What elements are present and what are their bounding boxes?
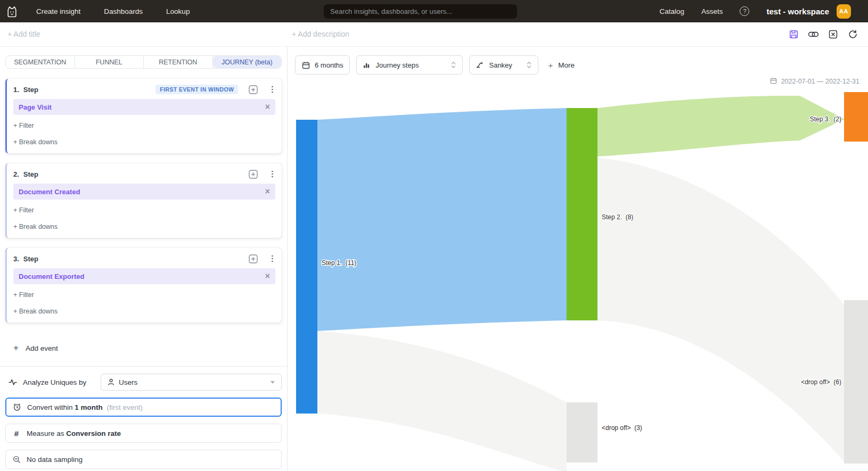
step-title: Step (23, 170, 38, 178)
event-name: Page Visit (19, 103, 52, 111)
add-step-icon[interactable] (249, 170, 258, 179)
select-spinner-icon (451, 61, 456, 69)
person-icon (108, 378, 114, 386)
plus-icon: + (13, 343, 19, 353)
brand-logo[interactable] (4, 4, 19, 19)
step-card-1: 1. Step FIRST EVENT IN WINDOW Page Visit… (5, 79, 282, 153)
search-input[interactable] (324, 4, 517, 19)
step-number: 2. (13, 170, 19, 178)
metric-select[interactable]: Journey steps (356, 55, 463, 75)
add-step-icon[interactable] (249, 254, 258, 263)
add-step-icon[interactable] (249, 85, 258, 94)
add-breakdowns-button[interactable]: + Break downs (13, 308, 275, 316)
step-card-1-header: 1. Step FIRST EVENT IN WINDOW (13, 84, 275, 95)
step-menu-icon[interactable] (269, 170, 275, 179)
convert-within-box[interactable]: Convert within 1 month (first event) (5, 398, 282, 417)
navbar-right: Catalog Assets ? test - workspace AA (659, 0, 851, 22)
sankey-label-step2: Step 2. (8) (602, 213, 633, 221)
more-label: More (558, 61, 575, 69)
measure-text: Measure as Conversion rate (27, 429, 121, 437)
step-title: Step (23, 86, 38, 94)
nav-create-insight[interactable]: Create insight (36, 7, 80, 15)
refresh-icon[interactable] (847, 29, 857, 39)
pulse-icon (9, 378, 17, 386)
chart-panel: 6 months Journey steps (288, 47, 868, 471)
date-range-button[interactable]: 6 months (295, 55, 350, 75)
help-icon[interactable]: ? (740, 6, 749, 16)
step-title: Step (23, 255, 38, 263)
convert-text: Convert within 1 month (first event) (27, 403, 143, 411)
sankey-label-dropoff-2: <drop off> (6) (801, 378, 841, 386)
clear-result-icon[interactable] (828, 29, 838, 39)
copy-link-icon[interactable] (808, 29, 819, 39)
save-icon[interactable] (789, 29, 799, 39)
sankey-node-dropoff-1[interactable] (567, 402, 597, 462)
event-name: Document Created (19, 188, 80, 196)
sankey-link-step2-step3[interactable] (597, 96, 845, 156)
first-event-badge: FIRST EVENT IN WINDOW (155, 85, 238, 94)
measure-as-box[interactable]: # Measure as Conversion rate (5, 424, 282, 443)
sankey-node-step3[interactable] (844, 92, 868, 142)
sampling-label: No data sampling (27, 456, 83, 464)
sankey-node-dropoff-2[interactable] (844, 300, 868, 464)
analyze-label: Analyze Uniques by (23, 378, 86, 386)
step-card-3: 3. Step Document Exported × + Filter + B… (5, 248, 282, 323)
add-breakdowns-button[interactable]: + Break downs (13, 223, 275, 232)
step-card-3-header: 3. Step (13, 253, 275, 264)
add-event-button[interactable]: + Add event (5, 343, 282, 353)
analyze-by-value: Users (119, 378, 137, 386)
analyze-row: Analyze Uniques by Users (5, 374, 282, 391)
chevron-down-icon (271, 381, 275, 384)
sankey-label-step3: Step 3. (2) (810, 115, 841, 123)
tab-journey[interactable]: JOURNEY (beta) (213, 56, 282, 68)
event-pill[interactable]: Page Visit × (13, 99, 275, 115)
more-options-button[interactable]: + More (548, 61, 575, 70)
sankey-node-step1[interactable] (296, 120, 317, 414)
nav-lookup[interactable]: Lookup (166, 7, 190, 15)
remove-event-icon[interactable]: × (265, 103, 270, 111)
sankey-link-step1-dropoff[interactable] (317, 331, 567, 471)
remove-event-icon[interactable]: × (265, 272, 270, 280)
visualization-select[interactable]: Sankey (469, 55, 538, 75)
tab-retention[interactable]: RETENTION (144, 56, 213, 68)
magnifier-minus-icon (12, 456, 21, 464)
sankey-chart: Step 1. (11) Step 2. (8) Step 3. (2) <dr… (288, 75, 868, 471)
add-filter-button[interactable]: + Filter (13, 206, 275, 215)
nav-catalog[interactable]: Catalog (659, 7, 684, 15)
data-sampling-box[interactable]: No data sampling (5, 450, 282, 469)
tab-funnel[interactable]: FUNNEL (75, 56, 144, 68)
add-description-field[interactable]: + Add description (292, 30, 349, 38)
chart-controls: 6 months Journey steps (295, 55, 575, 75)
step-menu-icon[interactable] (269, 85, 275, 94)
add-filter-button[interactable]: + Filter (13, 291, 275, 300)
convert-value: 1 month (75, 403, 103, 411)
step-card-2-header: 2. Step (13, 169, 275, 179)
measure-value: Conversion rate (66, 429, 121, 437)
event-pill[interactable]: Document Exported × (13, 268, 275, 284)
sankey-label-step1: Step 1. (11) (322, 259, 356, 267)
avatar[interactable]: AA (837, 4, 851, 19)
convert-prefix: Convert within (27, 403, 73, 411)
sankey-link-step2-dropoff[interactable] (597, 158, 844, 462)
sankey-node-step2[interactable] (567, 108, 597, 320)
sankey-link-step1-step2[interactable] (317, 108, 567, 331)
add-filter-button[interactable]: + Filter (13, 122, 275, 130)
remove-event-icon[interactable]: × (265, 187, 270, 196)
insight-type-tabs: SEGMENTATION FUNNEL RETENTION JOURNEY (b… (5, 55, 282, 69)
sankey-label-dropoff-1: <drop off> (3) (602, 424, 642, 432)
measure-prefix: Measure as (27, 429, 64, 437)
event-pill[interactable]: Document Created × (13, 184, 275, 200)
cat-logo-icon (5, 5, 19, 18)
workspace-name[interactable]: test - workspace (766, 7, 829, 16)
analyze-by-select[interactable]: Users (101, 374, 282, 391)
add-breakdowns-button[interactable]: + Break downs (13, 138, 275, 147)
nav-assets[interactable]: Assets (701, 7, 723, 15)
step-menu-icon[interactable] (269, 254, 275, 263)
add-event-label: Add event (26, 344, 58, 352)
step-card-2: 2. Step Document Created × + Filter + Br… (5, 163, 282, 238)
add-title-field[interactable]: + Add title (7, 30, 40, 38)
bar-chart-icon (363, 61, 371, 69)
tab-segmentation[interactable]: SEGMENTATION (6, 56, 75, 68)
nav-dashboards[interactable]: Dashboards (104, 7, 143, 15)
app: Create insight Dashboards Lookup Catalog… (0, 0, 868, 471)
